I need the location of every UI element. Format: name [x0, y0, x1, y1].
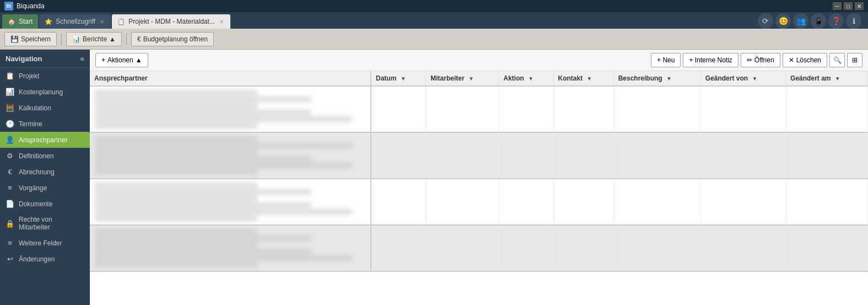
sidebar-item-rechte[interactable]: 🔒 Rechte von Mitarbeiter — [0, 212, 90, 235]
sidebar: Navigation « 📋 Projekt 📊 Kostenplanung 🧮… — [0, 50, 90, 305]
aktion-filter-icon[interactable]: ▼ — [528, 76, 533, 82]
table-container: Ansprechpartner Datum ▼ Mitarbeiter ▼ Ak… — [90, 71, 868, 305]
table-row[interactable] — [90, 179, 868, 225]
tab-projekt-icon: 📋 — [117, 18, 125, 25]
beschreibung-filter-icon[interactable]: ▼ — [666, 76, 672, 82]
data-table: Ansprechpartner Datum ▼ Mitarbeiter ▼ Ak… — [90, 71, 868, 272]
col-mitarbeiter[interactable]: Mitarbeiter ▼ — [426, 71, 499, 86]
close-button[interactable]: ✕ — [855, 2, 864, 10]
sidebar-item-kalkulation[interactable]: 🧮 Kalkulation — [0, 100, 90, 116]
mitarbeiter-filter-icon[interactable]: ▼ — [468, 76, 474, 82]
budget-label: Budgetplanung öffnen — [143, 35, 208, 43]
notiz-label: + Interne Notiz — [689, 56, 732, 64]
termine-icon: 🕐 — [6, 120, 14, 128]
tab-projekt[interactable]: 📋 Projekt - MDM - Materialdat... ✕ — [112, 14, 230, 29]
sidebar-item-termine[interactable]: 🕐 Termine — [0, 116, 90, 132]
col-datum[interactable]: Datum ▼ — [371, 71, 426, 86]
aktionen-button[interactable]: + Aktionen ▲ — [95, 53, 148, 67]
content-area: + Aktionen ▲ + Neu + Interne Notiz ✏ Öff… — [90, 50, 868, 305]
columns-button[interactable]: ⊞ — [847, 53, 862, 67]
geaendert-von-filter-icon[interactable]: ▼ — [752, 76, 757, 82]
header-icon-user[interactable]: 😊 — [775, 13, 791, 29]
tab-schnell-icon: ⭐ — [45, 18, 52, 25]
row3-kontakt — [553, 179, 613, 225]
header-icon-help[interactable]: ❓ — [828, 13, 844, 29]
col-beschreibung[interactable]: Beschreibung ▼ — [613, 71, 700, 86]
row3-datum — [371, 179, 426, 225]
sidebar-item-projekt-label: Projekt — [19, 72, 39, 80]
reports-label: Berichte — [83, 35, 107, 43]
tab-start[interactable]: 🏠 Start — [2, 14, 38, 29]
reports-icon: 📊 — [72, 35, 80, 43]
sidebar-item-weiterefelder[interactable]: ≡ Weitere Felder — [0, 235, 90, 251]
row3-contact — [90, 179, 371, 225]
sidebar-item-kostenplanung-label: Kostenplanung — [19, 88, 63, 96]
sidebar-title: Navigation — [6, 55, 42, 63]
col-ansprechpartner[interactable]: Ansprechpartner — [90, 71, 371, 86]
row4-mitarbeiter — [426, 225, 499, 271]
sidebar-item-ansprechpartner[interactable]: 👤 Ansprechpartner — [0, 132, 90, 148]
header-icon-mobile[interactable]: 📱 — [811, 13, 826, 29]
table-row[interactable] — [90, 86, 868, 132]
app-logo: Bi — [4, 2, 13, 10]
reports-button[interactable]: 📊 Berichte ▲ — [66, 32, 122, 46]
ansprechpartner-icon: 👤 — [6, 136, 14, 144]
aktionen-plus-icon: + — [101, 56, 105, 64]
oeffnen-label: Öffnen — [754, 56, 774, 64]
header-icon-refresh[interactable]: ⟳ — [758, 13, 773, 29]
loeschen-icon: ✕ — [789, 56, 794, 64]
row2-geaendert-von — [700, 132, 785, 179]
budget-button[interactable]: € Budgetplanung öffnen — [131, 32, 214, 46]
rechte-icon: 🔒 — [6, 220, 14, 228]
save-button[interactable]: 💾 Speichern — [4, 32, 57, 46]
sidebar-item-dokumente[interactable]: 📄 Dokumente — [0, 196, 90, 212]
oeffnen-button[interactable]: ✏ Öffnen — [741, 53, 780, 67]
col-kontakt[interactable]: Kontakt ▼ — [553, 71, 613, 86]
header-icon-info[interactable]: ℹ — [846, 13, 861, 29]
col-geaendert-am[interactable]: Geändert am ▼ — [786, 71, 868, 86]
header-icon-group[interactable]: 👥 — [793, 13, 808, 29]
datum-filter-icon[interactable]: ▼ — [401, 76, 406, 82]
row4-beschreibung — [613, 225, 700, 271]
projekt-icon: 📋 — [6, 72, 14, 80]
kostenplanung-icon: 📊 — [6, 88, 14, 96]
interne-notiz-button[interactable]: + Interne Notiz — [683, 53, 738, 67]
window-controls: ─ □ ✕ — [833, 2, 864, 10]
sidebar-item-kostenplanung[interactable]: 📊 Kostenplanung — [0, 84, 90, 100]
sidebar-item-dokumente-label: Dokumente — [19, 200, 52, 208]
sidebar-item-abrechnung[interactable]: € Abrechnung — [0, 164, 90, 180]
sidebar-collapse-button[interactable]: « — [80, 54, 84, 63]
table-row[interactable] — [90, 225, 868, 271]
neu-button[interactable]: + Neu — [651, 53, 681, 67]
tab-projekt-close[interactable]: ✕ — [218, 18, 225, 25]
maximize-button[interactable]: □ — [844, 2, 853, 10]
kontakt-filter-icon[interactable]: ▼ — [587, 76, 592, 82]
sidebar-item-aenderungen[interactable]: ↩ Änderungen — [0, 251, 90, 267]
sidebar-item-vorgaenge[interactable]: ≡ Vorgänge — [0, 180, 90, 196]
table-row[interactable] — [90, 132, 868, 179]
sidebar-item-weiterefelder-label: Weitere Felder — [19, 239, 62, 247]
sidebar-item-projekt[interactable]: 📋 Projekt — [0, 68, 90, 84]
minimize-button[interactable]: ─ — [833, 2, 842, 10]
sidebar-item-definitionen-label: Definitionen — [19, 152, 53, 160]
geaendert-am-filter-icon[interactable]: ▼ — [835, 76, 840, 82]
sidebar-item-definitionen[interactable]: ⚙ Definitionen — [0, 148, 90, 164]
search-button[interactable]: 🔍 — [829, 53, 845, 67]
row2-geaendert-am — [786, 132, 868, 179]
tab-schnell-close[interactable]: ✕ — [99, 18, 105, 25]
row2-beschreibung — [613, 132, 700, 179]
sidebar-item-abrechnung-label: Abrechnung — [19, 168, 55, 176]
col-aktion[interactable]: Aktion ▼ — [499, 71, 553, 86]
row1-aktion — [499, 86, 553, 132]
header-right-icons: ⟳ 😊 👥 📱 ❓ ℹ — [758, 13, 866, 29]
loeschen-button[interactable]: ✕ Löschen — [783, 53, 827, 67]
col-geaendert-von[interactable]: Geändert von ▼ — [700, 71, 785, 86]
app-title: Biquanda — [17, 2, 833, 10]
sidebar-item-ansprechpartner-label: Ansprechpartner — [19, 136, 68, 144]
tab-schnellzugriff[interactable]: ⭐ Schnellzugriff ✕ — [39, 14, 111, 29]
row3-geaendert-von — [700, 179, 785, 225]
aktionen-label: Aktionen — [107, 56, 133, 64]
sidebar-item-aenderungen-label: Änderungen — [19, 255, 55, 263]
definitionen-icon: ⚙ — [6, 152, 14, 160]
row2-kontakt — [553, 132, 613, 179]
